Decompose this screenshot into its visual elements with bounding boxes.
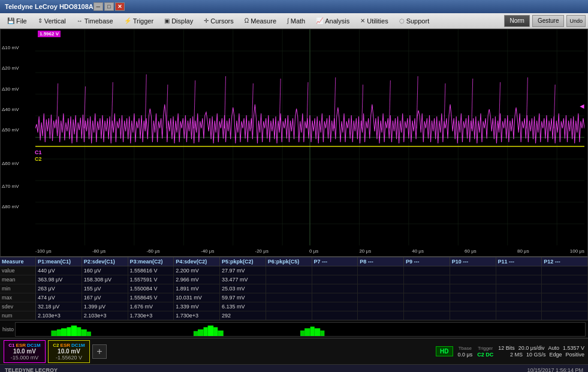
sdev-p9 <box>404 302 450 311</box>
undo-button[interactable]: Undo <box>566 15 586 27</box>
min-p7 <box>312 284 358 293</box>
val-p11 <box>496 266 542 275</box>
sdev-p10 <box>450 302 496 311</box>
maximize-button[interactable]: □ <box>104 2 114 11</box>
min-p6 <box>266 284 312 293</box>
channel2-box[interactable]: C2 ESR DC1M 10.0 mV -1.55620 V <box>48 340 90 363</box>
min-p3: 1.550084 V <box>128 284 174 293</box>
menu-analysis[interactable]: 📈 Analysis <box>311 14 354 28</box>
max-p7 <box>312 293 358 302</box>
svg-line-27 <box>167 85 168 128</box>
oscilloscope-display[interactable]: 1.5962 V Δ10 mV Δ20 mV Δ30 mV Δ40 mV Δ50… <box>0 29 588 257</box>
math-icon: ∫ <box>287 17 289 24</box>
menu-measure[interactable]: Ω Measure <box>240 14 281 28</box>
row-label-sdev: sdev <box>0 302 36 311</box>
add-channel-button[interactable]: + <box>92 344 107 359</box>
y-axis-label-4: Δ40 mV <box>2 107 19 112</box>
file-icon: 💾 <box>7 17 14 24</box>
max-p9 <box>404 293 450 302</box>
val-p3: 1.558616 V <box>128 266 174 275</box>
minimize-button[interactable]: ─ <box>94 2 103 11</box>
ch2-label: C2 <box>53 343 59 348</box>
svg-rect-53 <box>208 325 213 335</box>
ch1-dc1m-tag: DC1M <box>27 343 41 348</box>
x-label-5: 0 μs <box>309 248 318 254</box>
col-header-p3: P3:mean(C2) <box>128 257 174 266</box>
scope-settings-row1: 12 Bits 20.0 μs/div Auto 1.5357 V <box>498 345 584 351</box>
svg-rect-43 <box>57 329 61 336</box>
svg-rect-56 <box>300 330 304 335</box>
measure-row-min: min 263 μV 155 μV 1.550084 V 1.891 mV 25… <box>0 284 588 293</box>
menu-support[interactable]: ◌ Support <box>394 14 435 28</box>
bits-label: 12 Bits <box>498 345 515 351</box>
histogram-bars <box>15 322 586 337</box>
col-header-p1: P1:mean(C1) <box>36 257 82 266</box>
row-label-max: max <box>0 293 36 302</box>
num-p2: 2.103e+3 <box>82 311 128 320</box>
mean-p9 <box>404 275 450 284</box>
menu-timebase[interactable]: ↔ Timebase <box>72 14 118 28</box>
close-button[interactable]: ✕ <box>115 2 125 11</box>
analysis-icon: 📈 <box>316 17 323 24</box>
polarity: Positive <box>565 352 584 358</box>
val-p7 <box>312 266 358 275</box>
val-p2: 160 μV <box>82 266 128 275</box>
x-label-0: -100 μs <box>35 248 52 254</box>
mean-p11 <box>496 275 542 284</box>
val-p6 <box>266 266 312 275</box>
val-p8 <box>358 266 404 275</box>
measure-header-row: Measure P1:mean(C1) P2:sdev(C1) P3:mean(… <box>0 257 588 266</box>
svg-rect-60 <box>320 330 324 335</box>
title-bar: Teledyne LeCroy HDO8108A ─ □ ✕ <box>0 0 588 13</box>
svg-line-38 <box>472 79 473 128</box>
mean-p7 <box>312 275 358 284</box>
min-p5: 25.03 mV <box>220 284 266 293</box>
menu-cursors[interactable]: ✛ Cursors <box>199 14 239 28</box>
ch2-offset: -1.55620 V <box>56 355 82 361</box>
svg-rect-57 <box>304 328 310 336</box>
svg-rect-58 <box>310 326 315 336</box>
menu-utilities[interactable]: ✕ Utilities <box>355 14 393 28</box>
svg-line-30 <box>252 83 253 128</box>
col-header-p4: P4:sdev(C2) <box>174 257 220 266</box>
sdev-p8 <box>358 302 404 311</box>
channel1-box[interactable]: C1 ESR DC1M 10.0 mV -15.000 mV <box>4 340 46 363</box>
ch1-esr-tag: ESR <box>16 343 26 348</box>
svg-rect-52 <box>204 327 208 336</box>
tbase-label: Tbase <box>459 346 472 351</box>
menu-vertical[interactable]: ⇕ Vertical <box>33 14 71 28</box>
x-label-4: -20 μs <box>255 248 269 254</box>
svg-line-41 <box>554 85 555 128</box>
svg-line-33 <box>334 77 336 128</box>
menu-file[interactable]: 💾 File <box>2 14 32 28</box>
max-p12 <box>542 293 588 302</box>
max-p11 <box>496 293 542 302</box>
row-label-value: value <box>0 266 36 275</box>
status-bar: TELEDYNE LECROY 10/15/2017 1:56:14 PM <box>0 364 588 372</box>
gesture-button[interactable]: Gesture <box>532 15 565 27</box>
col-header-p6: P6:pkpk(C5) <box>266 257 312 266</box>
ch2-esr-tag: ESR <box>61 343 70 348</box>
num-p4: 1.730e+3 <box>174 311 220 320</box>
menu-math[interactable]: ∫ Math <box>282 14 310 28</box>
menu-display[interactable]: ▣ Display <box>159 14 198 28</box>
waveform-svg <box>35 29 584 245</box>
num-p9 <box>404 311 450 320</box>
mean-p2: 158.308 μV <box>82 275 128 284</box>
val-p1: 440 μV <box>36 266 82 275</box>
col-header-p8: P8 --- <box>358 257 404 266</box>
norm-button[interactable]: Norm <box>504 15 529 27</box>
x-label-3: -40 μs <box>201 248 214 254</box>
sdev-p4: 1.339 mV <box>174 302 220 311</box>
max-p5: 59.97 mV <box>220 293 266 302</box>
ch2-value: 10.0 mV <box>58 348 80 355</box>
svg-rect-44 <box>61 328 67 336</box>
max-p6 <box>266 293 312 302</box>
menu-trigger[interactable]: ⚡ Trigger <box>119 14 158 28</box>
col-header-p5: P5:pkpk(C2) <box>220 257 266 266</box>
y-axis-label-1: Δ10 mV <box>2 45 19 50</box>
min-p4: 1.891 mV <box>174 284 220 293</box>
scope-settings-info: 12 Bits 20.0 μs/div Auto 1.5357 V 2 MS 1… <box>498 345 584 358</box>
timebase-info: Tbase 0.0 μs <box>458 346 473 358</box>
max-p10 <box>450 293 496 302</box>
